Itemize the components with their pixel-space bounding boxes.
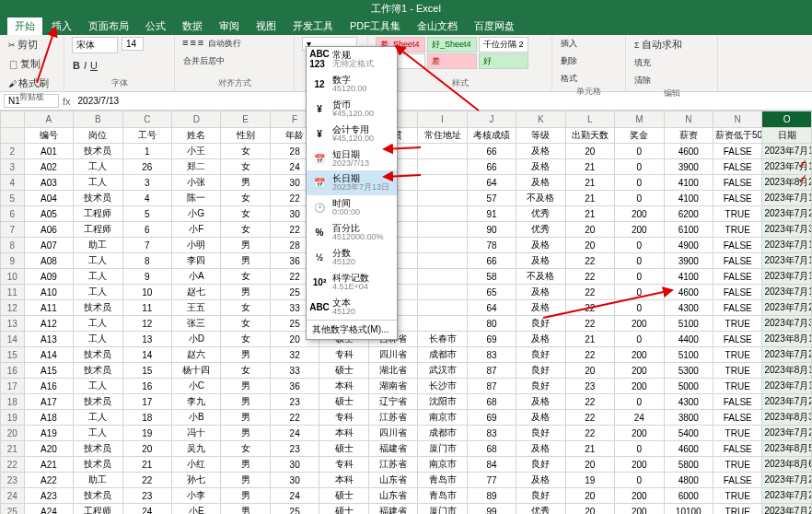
col-header[interactable]: C: [122, 111, 171, 128]
cell[interactable]: [418, 238, 467, 253]
cell[interactable]: 小B: [172, 410, 221, 426]
cell[interactable]: 男: [221, 379, 270, 394]
cell[interactable]: 22: [565, 347, 614, 363]
format-option-百分比[interactable]: %百分比4512000.00%: [307, 220, 397, 245]
cell[interactable]: 17: [122, 394, 171, 410]
cell[interactable]: 女: [221, 144, 270, 159]
format-option-分数[interactable]: ½分数45120: [307, 245, 397, 270]
cell[interactable]: 及格: [516, 144, 565, 159]
cell[interactable]: FALSE: [713, 238, 762, 253]
cell[interactable]: 84: [467, 457, 516, 473]
cell[interactable]: 2023年7月25日: [762, 394, 812, 410]
col-header[interactable]: N: [713, 111, 762, 128]
row-header[interactable]: 11: [1, 285, 25, 300]
cell[interactable]: [418, 159, 467, 175]
cell[interactable]: FALSE: [713, 394, 762, 410]
cell[interactable]: A07: [24, 238, 73, 253]
col-header[interactable]: M: [615, 111, 664, 128]
cell[interactable]: 10100: [664, 504, 713, 515]
cell[interactable]: 4300: [664, 394, 713, 410]
cell[interactable]: 小张: [172, 175, 221, 191]
cell[interactable]: 福建省: [368, 504, 417, 515]
cell[interactable]: 2023年7月19日: [762, 253, 812, 269]
cell[interactable]: 23: [270, 441, 319, 457]
row-header[interactable]: 25: [1, 504, 25, 515]
cell[interactable]: 20: [565, 504, 614, 515]
cell[interactable]: 女: [221, 159, 270, 175]
header-cell[interactable]: 薪资: [664, 128, 713, 144]
cell[interactable]: 200: [615, 222, 664, 238]
row-header[interactable]: 19: [1, 410, 25, 426]
cell[interactable]: 8: [122, 253, 171, 269]
row-header[interactable]: 7: [1, 222, 25, 238]
header-cell[interactable]: 考核成绩: [467, 128, 516, 144]
cell[interactable]: 南京市: [418, 410, 467, 426]
cell[interactable]: 技术员: [74, 457, 122, 473]
cell[interactable]: 良好: [516, 316, 565, 332]
cell[interactable]: 2023年8月1日: [762, 332, 812, 347]
cell[interactable]: [418, 285, 467, 300]
fill-button[interactable]: 填充: [633, 56, 652, 70]
cell[interactable]: [418, 269, 467, 285]
cell[interactable]: 4800: [664, 473, 713, 488]
cell[interactable]: 80: [467, 316, 516, 332]
cell[interactable]: 男: [221, 457, 270, 473]
cell[interactable]: 硕士: [319, 394, 368, 410]
header-cell[interactable]: 姓名: [172, 128, 221, 144]
cell[interactable]: 成都市: [418, 426, 467, 441]
cell[interactable]: 工程师: [74, 222, 122, 238]
cell[interactable]: TRUE: [713, 504, 762, 515]
cell[interactable]: 本科: [319, 379, 368, 394]
cell[interactable]: 良好: [516, 347, 565, 363]
cell[interactable]: 0: [615, 473, 664, 488]
cell[interactable]: 64: [467, 300, 516, 316]
cell[interactable]: 0: [615, 269, 664, 285]
delete-button[interactable]: 删除: [560, 54, 578, 68]
cell[interactable]: 长春市: [418, 332, 467, 347]
cell[interactable]: A22: [24, 473, 73, 488]
cell[interactable]: 200: [615, 316, 664, 332]
cell[interactable]: [418, 191, 467, 206]
cell[interactable]: 6: [122, 222, 171, 238]
cell[interactable]: 200: [615, 206, 664, 222]
cell[interactable]: 83: [467, 347, 516, 363]
row-header[interactable]: 5: [1, 191, 25, 206]
cell[interactable]: 20: [565, 488, 614, 504]
cell[interactable]: 助工: [74, 238, 122, 253]
cell[interactable]: 9: [122, 269, 171, 285]
cell[interactable]: 2023年7月21日: [762, 473, 812, 488]
cell[interactable]: 优秀: [516, 504, 565, 515]
cell[interactable]: 良好: [516, 379, 565, 394]
cell[interactable]: 22: [122, 473, 171, 488]
format-option-数字[interactable]: 12数字45120.00: [307, 72, 397, 97]
cell[interactable]: 技术员: [74, 144, 122, 159]
cell[interactable]: A13: [24, 332, 73, 347]
cell[interactable]: 2023年7月30日: [762, 222, 812, 238]
cell[interactable]: A11: [24, 300, 73, 316]
row-header[interactable]: 15: [1, 347, 25, 363]
cell[interactable]: A24: [24, 504, 73, 515]
cell[interactable]: 不及格: [516, 191, 565, 206]
cell[interactable]: 2023年8月5日: [762, 441, 812, 457]
cell[interactable]: 18: [122, 410, 171, 426]
cell[interactable]: 助工: [74, 473, 122, 488]
format-option-时间[interactable]: 🕐时间0:00:00: [307, 195, 397, 220]
cell[interactable]: 91: [467, 206, 516, 222]
header-cell[interactable]: 工号: [122, 128, 171, 144]
cell[interactable]: 21: [565, 159, 614, 175]
tab-layout[interactable]: 页面布局: [81, 18, 136, 35]
cell[interactable]: 工人: [74, 426, 122, 441]
cell[interactable]: 68: [467, 441, 516, 457]
cell[interactable]: 青岛市: [418, 488, 467, 504]
cell[interactable]: FALSE: [713, 253, 762, 269]
row-header[interactable]: 24: [1, 488, 25, 504]
more-formats[interactable]: 其他数字格式(M)...: [307, 320, 397, 339]
cell[interactable]: 87: [467, 363, 516, 379]
row-header[interactable]: 23: [1, 473, 25, 488]
insert-button[interactable]: 插入: [560, 37, 578, 51]
cell[interactable]: 男: [221, 394, 270, 410]
cell[interactable]: TRUE: [713, 347, 762, 363]
cell[interactable]: A19: [24, 426, 73, 441]
cell[interactable]: FALSE: [713, 332, 762, 347]
cell[interactable]: 0: [615, 191, 664, 206]
